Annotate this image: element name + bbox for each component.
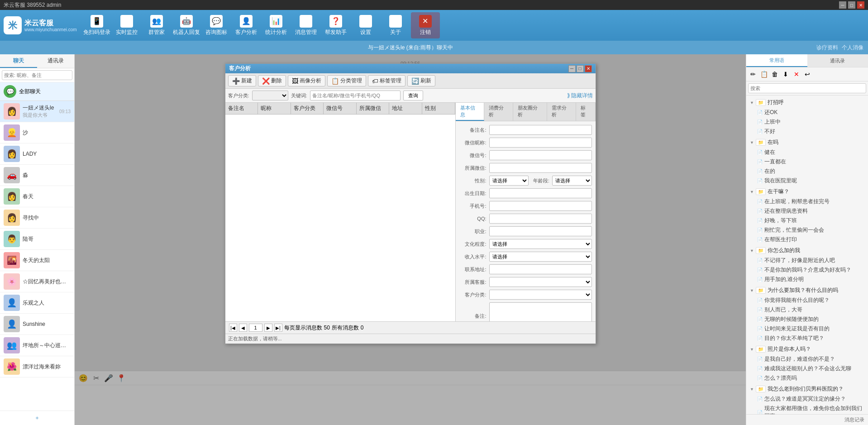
contact-item[interactable]: 🌇 冬天的太阳: [0, 250, 74, 271]
modal-minimize-button[interactable]: ─: [568, 65, 576, 72]
delete-customer-button[interactable]: ❌ 删除: [258, 75, 286, 86]
page-next-button[interactable]: ▶: [264, 324, 272, 332]
tag-manage-button[interactable]: 🏷 标签管理: [368, 75, 405, 86]
about-button[interactable]: ℹ 关于: [381, 12, 410, 38]
contact-item[interactable]: 🌸 ☆回忆再美好也只是曾经: [0, 271, 74, 292]
diagnose-link[interactable]: 诊疗资料: [816, 44, 838, 52]
phrase-item-6-0[interactable]: 📄 怎么说？难道是冥冥注定的缘分？: [748, 394, 866, 404]
phrase-group-header-5[interactable]: ▼ 📁 照片是你本人吗？: [748, 344, 866, 354]
form-input-7[interactable]: [489, 201, 592, 211]
maximize-button[interactable]: □: [848, 1, 855, 9]
phrase-item-3-0[interactable]: 📄 不记得了，好像是附近的人吧: [748, 256, 866, 265]
undo-phrase-button[interactable]: ↩: [802, 69, 812, 79]
contact-item[interactable]: 👤 Sunshine: [0, 314, 74, 335]
detail-tab-3[interactable]: 需求分析: [547, 103, 576, 121]
msg-manage-button[interactable]: ✉ 消息管理: [291, 12, 320, 38]
detail-tab-2[interactable]: 朋友圈分析: [513, 103, 547, 121]
phrase-item-2-3[interactable]: 📄 刚忙完，忙里偷闲一会会: [748, 225, 866, 235]
phrase-item-2-2[interactable]: 📄 好晚，等下班: [748, 216, 866, 225]
form-input-2[interactable]: [489, 150, 592, 160]
form-select-11[interactable]: 请选择: [489, 252, 592, 262]
phrase-group-header-6[interactable]: ▼ 📁 我怎么老到你们贝男科医院的？: [748, 384, 866, 394]
tab-contacts[interactable]: 通讯录: [37, 54, 74, 68]
page-first-button[interactable]: |◀: [229, 324, 237, 332]
settings-button[interactable]: ⚙ 设置: [351, 12, 380, 38]
form-input-3[interactable]: [489, 163, 592, 173]
phrase-group-header-1[interactable]: ▼ 📁 在吗: [748, 137, 866, 148]
phrase-search-input[interactable]: [748, 83, 866, 93]
phrase-item-2-1[interactable]: 📄 还在整理病患资料: [748, 206, 866, 216]
modal-maximize-button[interactable]: □: [577, 65, 584, 72]
phrase-item-6-1[interactable]: 📄 现在大家都用微信，难免你也会加到我们同事: [748, 404, 866, 414]
age-select[interactable]: 请选择: [552, 176, 592, 186]
form-input-0[interactable]: [489, 125, 592, 135]
detail-tab-4[interactable]: 标签: [576, 103, 595, 121]
form-select-14[interactable]: [489, 290, 592, 300]
minimize-button[interactable]: ─: [839, 1, 846, 9]
all-chat-button[interactable]: 💬 全部聊天: [0, 82, 74, 101]
realtime-monitor-button[interactable]: ⏱ 实时监控: [112, 12, 141, 38]
phrase-group-header-4[interactable]: ▼ 📁 为什么要加我？有什么目的吗: [748, 285, 866, 296]
contact-item[interactable]: 👱 沙: [0, 122, 74, 143]
keyword-filter-input[interactable]: [310, 91, 401, 100]
page-prev-button[interactable]: ◀: [239, 324, 247, 332]
logout-button[interactable]: ✕ 注销: [411, 12, 440, 38]
contact-item[interactable]: 👩 LADY: [0, 143, 74, 165]
contact-item[interactable]: 👨 陆哥: [0, 229, 74, 250]
phrase-group-header-3[interactable]: ▼ 📁 你怎么加的我: [748, 245, 866, 256]
page-number-input[interactable]: [249, 324, 262, 332]
copy-phrase-button[interactable]: 📋: [759, 69, 769, 79]
group-manage-button[interactable]: 👥 群管家: [142, 12, 171, 38]
right-tab-phrases[interactable]: 常用语: [746, 54, 807, 67]
phrase-item-4-2[interactable]: 📄 无聊的时候随便便加的: [748, 315, 866, 324]
download-phrase-button[interactable]: ⬇: [781, 69, 791, 79]
filter-search-button[interactable]: 查询: [403, 91, 423, 100]
phrase-item-0-2[interactable]: 📄 不好: [748, 127, 866, 136]
new-customer-button[interactable]: ➕ 新建: [228, 75, 256, 86]
consult-icon-button[interactable]: 💬 咨询图标: [202, 12, 231, 38]
phrase-item-4-3[interactable]: 📄 让时间来见证我是否有目的: [748, 324, 866, 334]
form-input-6[interactable]: [489, 188, 592, 198]
phrase-item-5-1[interactable]: 📄 难成我这还能别人的？不会这么无聊: [748, 364, 866, 373]
detail-tab-1[interactable]: 消费分析: [484, 103, 513, 121]
stats-button[interactable]: 📊 统计分析: [262, 12, 291, 38]
right-tab-contacts[interactable]: 通讯录: [807, 54, 868, 67]
free-scan-button[interactable]: 📱 免扫码登录: [82, 12, 111, 38]
refresh-button[interactable]: 🔄 刷新: [407, 75, 435, 86]
category-manage-button[interactable]: 📋 分类管理: [327, 75, 366, 86]
form-input-8[interactable]: [489, 214, 592, 224]
phrase-item-5-0[interactable]: 📄 是我自己好，难道你的不是？: [748, 354, 866, 364]
detail-tab-0[interactable]: 基本信息: [456, 103, 485, 121]
msg-record-label[interactable]: 消息记录: [746, 414, 868, 425]
phrase-item-1-1[interactable]: 📄 一直都在: [748, 157, 866, 167]
phrase-item-4-0[interactable]: 📄 你觉得我能有什么目的呢？: [748, 296, 866, 305]
gender-select[interactable]: 请选择男女: [489, 176, 529, 186]
contact-item[interactable]: 🌺 漂洋过海来看妳: [0, 356, 74, 377]
modal-close-button[interactable]: ✕: [585, 65, 592, 72]
tab-chat[interactable]: 聊天: [0, 54, 37, 68]
phrase-item-4-1[interactable]: 📄 别人而已，大哥: [748, 305, 866, 315]
phrase-item-0-0[interactable]: 📄 还OK: [748, 108, 866, 117]
edit-phrase-button[interactable]: ✏: [748, 69, 758, 79]
category-filter-select[interactable]: [252, 91, 288, 100]
search-input[interactable]: [2, 70, 72, 80]
contact-item[interactable]: 👩 一妞メ迷头le 我是你大爷 09:13: [0, 101, 74, 122]
robot-reply-button[interactable]: 🤖 机器人回复: [172, 12, 201, 38]
help-button[interactable]: ❓ 帮发助手: [321, 12, 350, 38]
phrase-item-5-2[interactable]: 📄 怎么？漂亮吗: [748, 373, 866, 383]
phrase-item-1-3[interactable]: 📄 我在医院里呢: [748, 176, 866, 186]
delete-phrase-button[interactable]: 🗑: [770, 69, 780, 79]
form-input-1[interactable]: [489, 138, 592, 148]
customer-analysis-button[interactable]: 👤 客户分析: [232, 12, 261, 38]
hide-detail-button[interactable]: ⟫ 隐藏详情: [567, 92, 593, 100]
phrase-item-2-0[interactable]: 📄 在上班呢，刚帮患者挂完号: [748, 197, 866, 206]
personal-profile-link[interactable]: 个人消像: [842, 44, 863, 52]
form-input-9[interactable]: [489, 226, 592, 236]
phrase-group-header-0[interactable]: ▼ 📁 打招呼: [748, 97, 866, 108]
phrase-item-1-0[interactable]: 📄 健在: [748, 148, 866, 157]
phrase-item-3-2[interactable]: 📄 用手加的,谁分明: [748, 275, 866, 284]
page-last-button[interactable]: ▶|: [274, 324, 282, 332]
form-input-12[interactable]: [489, 264, 592, 274]
phrase-group-header-2[interactable]: ▼ 📁 在干嘛？: [748, 186, 866, 197]
phrase-item-4-4[interactable]: 📄 目的？你太不单纯了吧？: [748, 334, 866, 343]
